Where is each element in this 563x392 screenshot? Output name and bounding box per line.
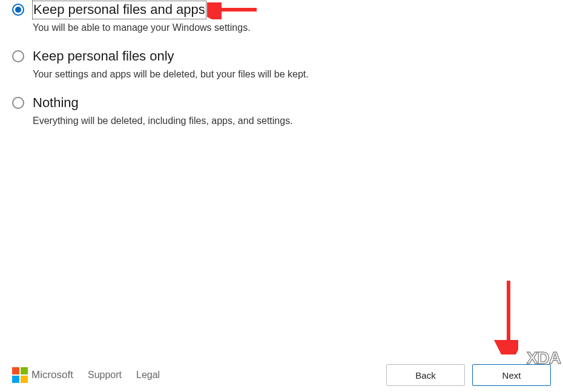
option-nothing[interactable]: Nothing Everything will be deleted, incl… <box>12 94 551 128</box>
option-text-group: Nothing Everything will be deleted, incl… <box>33 94 293 128</box>
footer-buttons: Back Next <box>386 364 551 386</box>
option-description: Everything will be deleted, including fi… <box>33 114 293 128</box>
option-title: Keep personal files and apps <box>33 1 206 19</box>
back-button[interactable]: Back <box>386 364 465 386</box>
option-description: You will be able to manage your Windows … <box>33 21 251 34</box>
footer: Microsoft Support Legal Back Next <box>0 364 563 386</box>
option-keep-files-only[interactable]: Keep personal files only Your settings a… <box>12 48 551 81</box>
option-title: Nothing <box>33 94 293 112</box>
footer-left: Microsoft Support Legal <box>12 367 160 383</box>
next-button[interactable]: Next <box>472 364 551 386</box>
radio-icon <box>12 50 24 62</box>
option-title: Keep personal files only <box>33 48 309 65</box>
radio-icon <box>12 4 24 16</box>
microsoft-label: Microsoft <box>31 369 73 381</box>
microsoft-logo-icon <box>12 367 28 383</box>
legal-link[interactable]: Legal <box>136 370 160 381</box>
option-text-group: Keep personal files only Your settings a… <box>33 48 309 81</box>
radio-icon <box>12 97 24 109</box>
option-keep-files-and-apps[interactable]: Keep personal files and apps You will be… <box>12 1 551 34</box>
annotation-arrow-icon <box>494 276 518 354</box>
option-description: Your settings and apps will be deleted, … <box>33 68 309 81</box>
option-text-group: Keep personal files and apps You will be… <box>33 1 251 34</box>
support-link[interactable]: Support <box>88 370 122 381</box>
microsoft-brand: Microsoft <box>12 367 73 383</box>
install-options-list: Keep personal files and apps You will be… <box>0 0 563 128</box>
